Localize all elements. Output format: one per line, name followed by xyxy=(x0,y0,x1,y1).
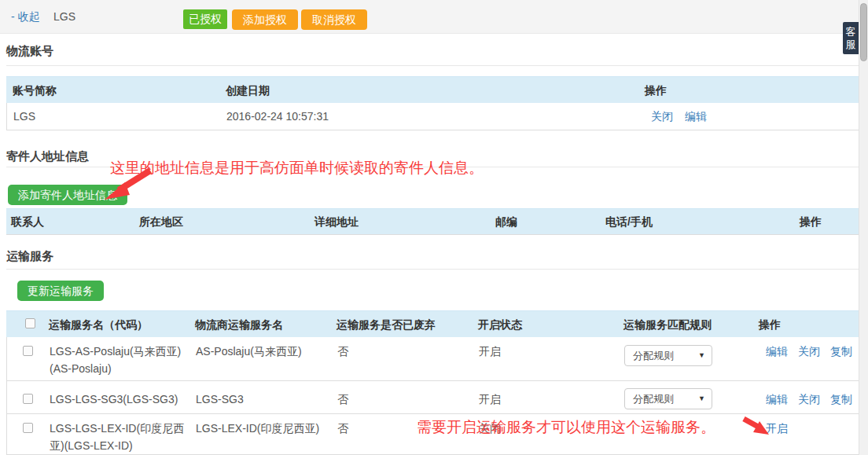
table-header-row: 运输服务名（代码） 物流商运输服务名 运输服务是否已废弃 开启状态 运输服务匹配… xyxy=(6,310,859,337)
created-date-cell: 2016-02-24 10:57:31 xyxy=(209,108,639,125)
provider-name-cell: LGS-SG3 xyxy=(189,391,331,408)
row-checkbox[interactable] xyxy=(23,346,33,356)
service-name-cell: LGS-AS-Poslaju(马来西亚)(AS-Poslaju) xyxy=(45,343,189,377)
table-row: LGS-LGS-SG3(LGS-SG3) LGS-SG3 否 开启 分配规则 ▼… xyxy=(7,381,859,414)
select-all-checkbox[interactable] xyxy=(25,318,35,328)
provider-name-cell: AS-Poslaju(马来西亚) xyxy=(189,343,331,360)
account-name: LGS xyxy=(53,10,75,23)
copy-service-link[interactable]: 复制 xyxy=(830,391,852,408)
sender-address-annotation: 这里的地址信息是用于高仿面单时候读取的寄件人信息。 xyxy=(110,160,484,177)
update-transport-service-button[interactable]: 更新运输服务 xyxy=(17,281,104,301)
customer-service-tab[interactable]: 客服 xyxy=(843,22,859,54)
header-provider-name: 物流商运输服务名 xyxy=(189,316,330,333)
edit-service-link[interactable]: 编辑 xyxy=(766,343,788,360)
close-account-link[interactable]: 关闭 xyxy=(651,108,673,125)
header-match-rule: 运输服务匹配规则 xyxy=(617,316,751,333)
scrollbar[interactable] xyxy=(859,0,868,455)
rule-cell: 分配规则 ▼ xyxy=(618,343,752,366)
header-deprecated: 运输服务是否已废弃 xyxy=(330,316,472,333)
table-header-row: 联系人 所在地区 详细地址 邮编 电话/手机 操作 xyxy=(6,208,859,235)
row-checkbox[interactable] xyxy=(23,394,33,404)
header-contact: 联系人 xyxy=(6,213,136,230)
selected-rule-label: 分配规则 xyxy=(633,350,674,361)
header-status: 开启状态 xyxy=(472,316,617,333)
close-service-link[interactable]: 关闭 xyxy=(798,391,820,408)
header-actions: 操作 xyxy=(638,82,859,99)
match-rule-select[interactable]: 分配规则 ▼ xyxy=(624,345,712,366)
selected-rule-label: 分配规则 xyxy=(633,393,674,405)
table-row: LGS 2016-02-24 10:57:31 关闭 编辑 xyxy=(7,103,859,130)
deprecated-cell: 否 xyxy=(331,343,473,360)
service-name-cell: LGS-LGS-SG3(LGS-SG3) xyxy=(45,391,189,408)
match-rule-select[interactable]: 分配规则 ▼ xyxy=(624,388,712,409)
deprecated-cell: 否 xyxy=(331,391,473,408)
copy-service-link[interactable]: 复制 xyxy=(830,343,852,360)
header-phone: 电话/手机 xyxy=(601,213,794,230)
checkbox-cell xyxy=(7,420,45,438)
status-cell: 开启 xyxy=(473,343,618,360)
table-row: LGS-AS-Poslaju(马来西亚)(AS-Poslaju) AS-Posl… xyxy=(7,337,859,381)
row-checkbox[interactable] xyxy=(23,423,33,433)
header-service-name: 运输服务名（代码） xyxy=(44,316,189,333)
cancel-authorization-button[interactable]: 取消授权 xyxy=(301,9,367,30)
header-actions: 操作 xyxy=(794,213,859,230)
page: - 收起 LGS 已授权 添加授权 取消授权 物流账号 账号简称 创建日期 操作… xyxy=(0,0,868,455)
table-header-row: 账号简称 创建日期 操作 xyxy=(6,76,859,103)
header-account-name: 账号简称 xyxy=(6,82,208,99)
checkbox-cell xyxy=(7,391,45,409)
actions-cell: 编辑 关闭 复制 xyxy=(752,391,859,408)
red-arrow-icon xyxy=(742,416,774,438)
transport-service-title: 运输服务 xyxy=(0,235,868,264)
header-address: 详细地址 xyxy=(311,213,491,230)
logistics-account-title: 物流账号 xyxy=(0,34,868,59)
actions-cell: 关闭 编辑 xyxy=(639,108,859,125)
table-body: LGS 2016-02-24 10:57:31 关闭 编辑 xyxy=(6,103,859,130)
actions-cell: 编辑 关闭 复制 xyxy=(752,343,859,360)
header-actions: 操作 xyxy=(751,316,859,333)
close-service-link[interactable]: 关闭 xyxy=(798,343,820,360)
authorized-badge: 已授权 xyxy=(183,9,227,29)
account-name-cell: LGS xyxy=(7,108,209,125)
header-region: 所在地区 xyxy=(136,213,311,230)
sender-address-table: 联系人 所在地区 详细地址 邮编 电话/手机 操作 xyxy=(6,208,859,235)
table-body: LGS-AS-Poslaju(马来西亚)(AS-Poslaju) AS-Posl… xyxy=(6,337,859,455)
add-authorization-button[interactable]: 添加授权 xyxy=(232,9,298,30)
service-name-cell: LGS-LGS-LEX-ID(印度尼西亚)(LGS-LEX-ID) xyxy=(45,420,189,454)
red-arrow-icon xyxy=(90,167,153,204)
caret-down-icon: ▼ xyxy=(698,389,705,409)
rule-cell: 分配规则 ▼ xyxy=(618,391,752,409)
scrollbar-thumb[interactable] xyxy=(860,3,867,61)
open-service-annotation: 需要开启运输服务才可以使用这个运输服务。 xyxy=(417,419,715,436)
header-zip: 邮编 xyxy=(491,213,601,230)
caret-down-icon: ▼ xyxy=(698,346,705,365)
collapse-link[interactable]: - 收起 xyxy=(11,10,40,24)
top-bar: - 收起 LGS 已授权 添加授权 取消授权 xyxy=(0,0,868,34)
provider-name-cell: LGS-LEX-ID(印度尼西亚) xyxy=(189,420,331,437)
divider xyxy=(6,65,859,66)
divider xyxy=(6,269,859,270)
logistics-account-table: 账号简称 创建日期 操作 LGS 2016-02-24 10:57:31 关闭 … xyxy=(6,76,859,130)
checkbox-cell xyxy=(7,343,45,361)
edit-account-link[interactable]: 编辑 xyxy=(685,108,707,125)
edit-service-link[interactable]: 编辑 xyxy=(766,391,788,408)
status-cell: 开启 xyxy=(473,391,618,408)
header-select-all xyxy=(6,316,44,333)
header-created-date: 创建日期 xyxy=(208,82,638,99)
